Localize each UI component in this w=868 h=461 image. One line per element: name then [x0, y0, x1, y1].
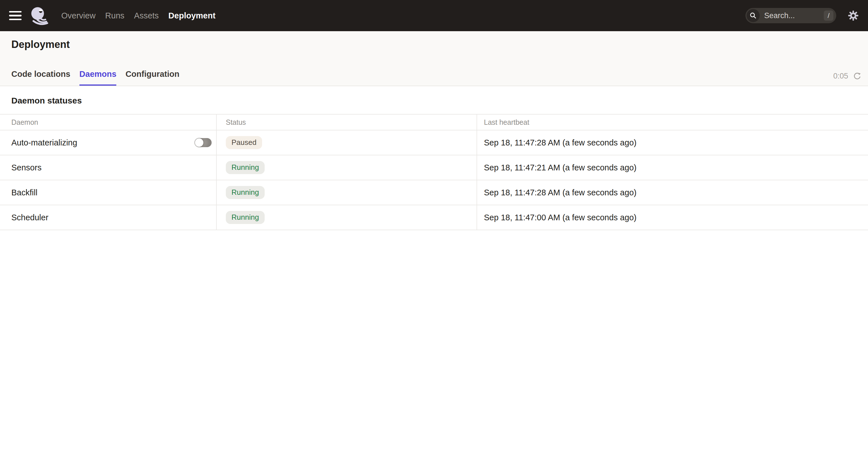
column-header-status: Status	[217, 114, 477, 130]
top-navbar: Overview Runs Assets Deployment /	[0, 0, 868, 31]
table-row: Auto-materializing Paused Sep 18, 11:47:…	[0, 130, 868, 155]
daemon-name: Auto-materializing	[11, 138, 77, 147]
primary-nav: Overview Runs Assets Deployment	[61, 11, 216, 21]
column-header-last-heartbeat: Last heartbeat	[477, 114, 868, 130]
table-header-row: Daemon Status Last heartbeat	[0, 114, 868, 130]
tab-bar: Code locations Daemons Configuration	[11, 69, 179, 86]
search-box[interactable]: /	[745, 8, 836, 23]
app-root: Overview Runs Assets Deployment /	[0, 0, 868, 461]
toggle-knob	[195, 138, 204, 147]
page-title: Deployment	[11, 39, 70, 51]
last-heartbeat-value: Sep 18, 11:47:28 AM (a few seconds ago)	[484, 188, 637, 197]
tab-configuration[interactable]: Configuration	[125, 69, 179, 86]
search-icon	[747, 9, 760, 22]
dagster-logo-icon	[30, 6, 49, 25]
table-row: Sensors Running Sep 18, 11:47:21 AM (a f…	[0, 155, 868, 180]
refresh-area: 0:05	[833, 72, 861, 80]
hamburger-icon[interactable]	[9, 11, 22, 20]
last-heartbeat-value: Sep 18, 11:47:00 AM (a few seconds ago)	[484, 213, 637, 222]
daemon-name: Backfill	[11, 188, 37, 197]
daemon-name: Scheduler	[11, 213, 49, 222]
page-header: Deployment Code locations Daemons Config…	[0, 31, 868, 86]
nav-item-deployment[interactable]: Deployment	[168, 11, 216, 21]
gear-icon[interactable]	[847, 10, 859, 21]
nav-item-assets[interactable]: Assets	[134, 11, 159, 21]
last-heartbeat-value: Sep 18, 11:47:28 AM (a few seconds ago)	[484, 138, 637, 147]
status-badge: Paused	[226, 136, 262, 149]
table-row: Backfill Running Sep 18, 11:47:28 AM (a …	[0, 180, 868, 205]
tab-code-locations[interactable]: Code locations	[11, 69, 70, 86]
daemon-name: Sensors	[11, 163, 41, 172]
column-header-daemon: Daemon	[0, 114, 217, 130]
daemon-status-table: Daemon Status Last heartbeat Auto-materi…	[0, 114, 868, 230]
navbar-right: /	[745, 8, 859, 23]
tab-daemons[interactable]: Daemons	[80, 69, 117, 86]
status-badge: Running	[226, 211, 265, 224]
table-row: Scheduler Running Sep 18, 11:47:00 AM (a…	[0, 205, 868, 230]
last-heartbeat-value: Sep 18, 11:47:21 AM (a few seconds ago)	[484, 163, 637, 172]
status-badge: Running	[226, 186, 265, 199]
dagster-logo[interactable]	[30, 5, 49, 26]
refresh-countdown: 0:05	[833, 72, 848, 80]
nav-item-runs[interactable]: Runs	[105, 11, 125, 21]
auto-materializing-toggle[interactable]	[194, 138, 212, 147]
search-shortcut-key: /	[824, 10, 833, 21]
search-input[interactable]	[764, 11, 810, 20]
status-badge: Running	[226, 161, 265, 174]
nav-item-overview[interactable]: Overview	[61, 11, 96, 21]
refresh-icon[interactable]	[853, 72, 861, 80]
section-heading: Daemon statuses	[11, 96, 868, 105]
